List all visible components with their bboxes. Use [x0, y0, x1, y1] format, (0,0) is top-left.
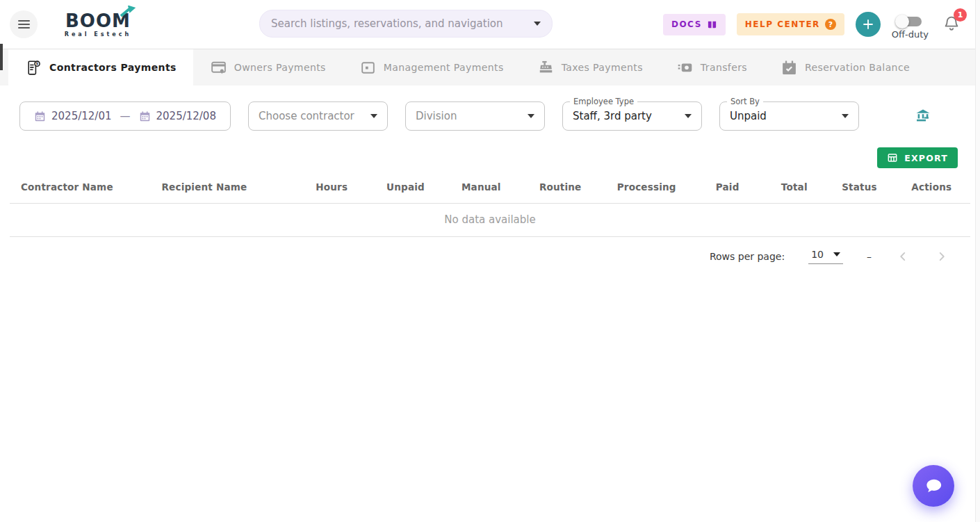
empty-message: No data available [10, 204, 970, 237]
receipt-dollar-icon: $ [25, 59, 42, 76]
payments-icon [676, 59, 694, 76]
duty-toggle[interactable] [898, 17, 922, 26]
payments-tabbar: $ Contractors Payments Owners Payments M… [0, 49, 980, 85]
tab-management-payments[interactable]: Management Payments [343, 49, 521, 85]
search-input[interactable] [271, 17, 534, 30]
duty-toggle-group: Off-duty [892, 13, 929, 40]
chevron-down-icon [528, 114, 534, 118]
rows-per-page-select[interactable]: 10 [808, 249, 843, 264]
tab-label: Management Payments [384, 62, 504, 73]
chevron-left-icon [895, 249, 910, 264]
sidebar-edge [0, 44, 3, 70]
chat-launcher-button[interactable] [913, 465, 954, 507]
scrollbar[interactable] [975, 0, 980, 522]
date-from[interactable]: 2025/12/01 [34, 110, 111, 122]
page-range: – [867, 251, 872, 262]
date-separator: — [120, 110, 131, 122]
calendar-icon [34, 111, 46, 122]
tab-transfers[interactable]: Transfers [660, 49, 764, 85]
payments-table: Contractor Name Recipient Name Hours Unp… [10, 171, 970, 237]
docs-button[interactable]: DOCS [663, 14, 726, 35]
next-page-button[interactable] [934, 249, 949, 264]
date-to[interactable]: 2025/12/08 [139, 110, 216, 122]
sort-by-select[interactable]: Sort By Unpaid [719, 101, 859, 131]
rows-per-page-label: Rows per page: [710, 251, 785, 262]
header-actions: DOCS HELP CENTER ? Off-duty [663, 0, 961, 49]
rows-per-page-value: 10 [811, 249, 824, 260]
employee-type-value: Staff, 3rd party [573, 110, 652, 122]
table-grid-icon [887, 152, 898, 163]
sort-by-label: Sort By [727, 97, 763, 106]
cash-register-icon [537, 59, 555, 76]
tab-label: Owners Payments [234, 62, 326, 73]
toggle-knob [895, 15, 909, 28]
col-paid: Paid [692, 171, 762, 204]
chevron-down-icon [685, 114, 692, 118]
table-header-row: Contractor Name Recipient Name Hours Unp… [10, 171, 970, 204]
date-from-value: 2025/12/01 [51, 110, 111, 122]
date-to-value: 2025/12/08 [156, 110, 216, 122]
square-inset-icon [359, 59, 377, 76]
contractor-select[interactable]: Choose contractor [248, 101, 388, 131]
filters-row: 2025/12/01 — 2025/12/08 Choose contracto… [0, 85, 980, 131]
global-search[interactable] [259, 10, 553, 38]
calendar-icon [139, 111, 151, 122]
export-label: EXPORT [904, 153, 948, 163]
svg-text:$: $ [35, 61, 38, 65]
employee-type-select[interactable]: Employee Type Staff, 3rd party [562, 101, 702, 131]
col-contractor-name: Contractor Name [10, 171, 150, 204]
tab-label: Transfers [701, 62, 747, 73]
col-unpaid: Unpaid [368, 171, 442, 204]
contractor-placeholder: Choose contractor [259, 110, 354, 122]
col-hours: Hours [295, 171, 368, 204]
chevron-right-icon [934, 249, 949, 264]
tab-reservation-balance[interactable]: Reservation Balance [764, 49, 926, 85]
calendar-check-icon [781, 59, 798, 76]
tab-owners-payments[interactable]: Owners Payments [193, 49, 343, 85]
add-button[interactable] [856, 12, 881, 37]
bank-icon [915, 108, 931, 124]
duty-toggle-label: Off-duty [892, 29, 929, 40]
chevron-down-icon [833, 252, 840, 256]
tab-label: Reservation Balance [805, 62, 910, 73]
notifications-button[interactable]: 1 [942, 14, 961, 35]
chat-bubble-icon [923, 475, 944, 496]
col-total: Total [762, 171, 826, 204]
top-header: BOOM Real Estech DOCS HELP CENTER [0, 0, 980, 49]
tab-label: Taxes Payments [562, 62, 643, 73]
chevron-down-icon [842, 114, 849, 118]
empty-row: No data available [10, 204, 970, 237]
division-select[interactable]: Division [405, 101, 545, 131]
tab-label: Contractors Payments [49, 62, 177, 73]
book-icon [707, 19, 717, 30]
help-center-label: HELP CENTER [745, 19, 820, 29]
table-toolbar: EXPORT [0, 131, 980, 168]
chevron-down-icon [534, 22, 541, 26]
pagination: Rows per page: 10 – [0, 237, 980, 264]
export-button[interactable]: EXPORT [877, 147, 958, 168]
boom-logo[interactable]: BOOM Real Estech [57, 12, 139, 38]
page: BOOM Real Estech DOCS HELP CENTER [0, 0, 980, 522]
logo-arrow-icon [120, 6, 136, 18]
help-center-button[interactable]: HELP CENTER ? [737, 13, 844, 35]
col-manual: Manual [443, 171, 520, 204]
sort-by-value: Unpaid [730, 110, 767, 122]
tab-contractors-payments[interactable]: $ Contractors Payments [8, 49, 193, 85]
date-range-picker[interactable]: 2025/12/01 — 2025/12/08 [19, 101, 231, 131]
hamburger-icon [18, 20, 30, 22]
docs-label: DOCS [671, 19, 702, 29]
col-routine: Routine [520, 171, 601, 204]
employee-type-label: Employee Type [570, 97, 637, 106]
card-location-icon [210, 59, 227, 76]
chevron-down-icon [370, 114, 377, 118]
col-status: Status [826, 171, 892, 204]
col-recipient-name: Recipient Name [150, 171, 295, 204]
previous-page-button[interactable] [895, 249, 910, 264]
bank-transfer-button[interactable] [915, 108, 931, 124]
plus-icon [862, 18, 874, 31]
question-mark-icon: ? [825, 19, 836, 30]
hamburger-menu-button[interactable] [10, 10, 38, 38]
division-placeholder: Division [416, 110, 457, 122]
col-actions: Actions [893, 171, 970, 204]
tab-taxes-payments[interactable]: Taxes Payments [521, 49, 660, 85]
